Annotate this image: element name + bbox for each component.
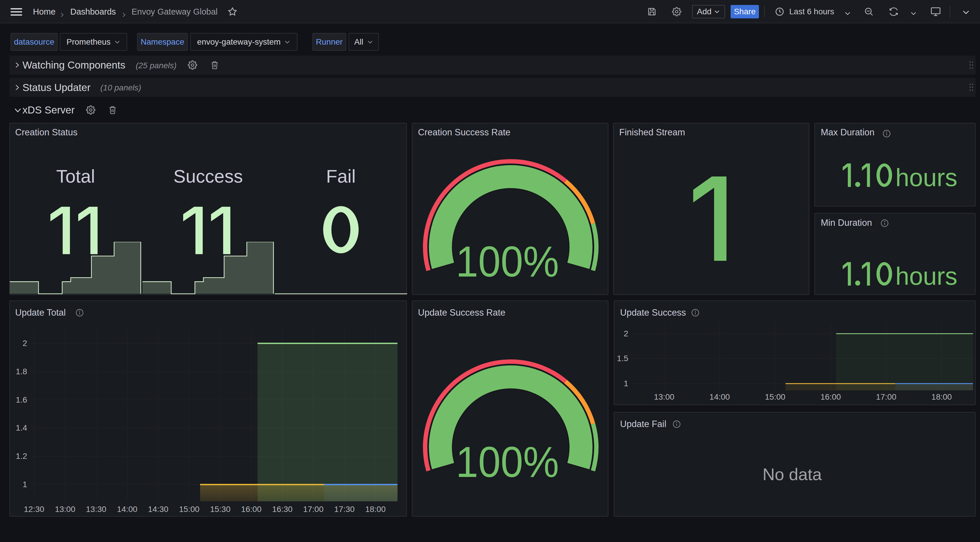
svg-text:1.2: 1.2 [16,451,27,461]
svg-text:100%: 100% [456,438,559,486]
svg-text:12:30: 12:30 [24,505,45,514]
svg-text:18:00: 18:00 [365,505,386,514]
svg-text:13:30: 13:30 [86,505,107,514]
svg-text:17:00: 17:00 [303,505,323,514]
svg-text:hours: hours [896,163,958,191]
svg-text:14:00: 14:00 [710,392,730,402]
svg-text:Success: Success [173,166,243,187]
svg-text:17:00: 17:00 [876,392,896,402]
svg-text:17:30: 17:30 [334,505,355,514]
svg-text:hours: hours [896,262,958,290]
svg-text:15:30: 15:30 [210,505,231,514]
svg-text:1.5: 1.5 [617,354,628,363]
svg-text:16:30: 16:30 [272,505,293,514]
svg-text:Total: Total [56,166,95,187]
svg-text:16:00: 16:00 [821,392,841,402]
svg-text:1.6: 1.6 [16,395,27,404]
svg-text:No data: No data [762,465,822,484]
svg-text:1: 1 [22,480,27,489]
svg-text:14:30: 14:30 [148,505,168,514]
svg-text:13:00: 13:00 [654,392,675,402]
svg-text:16:00: 16:00 [241,505,262,514]
svg-text:Fail: Fail [326,166,356,187]
svg-text:1.4: 1.4 [16,423,27,432]
svg-text:15:00: 15:00 [179,505,199,514]
svg-text:13:00: 13:00 [55,505,75,514]
svg-text:14:00: 14:00 [117,505,137,514]
svg-text:18:00: 18:00 [931,392,952,402]
svg-text:100%: 100% [456,238,559,285]
svg-text:2: 2 [624,329,628,338]
svg-text:15:00: 15:00 [765,392,786,402]
svg-text:1.8: 1.8 [16,367,27,376]
svg-text:2: 2 [22,339,27,348]
svg-text:1: 1 [624,379,628,388]
